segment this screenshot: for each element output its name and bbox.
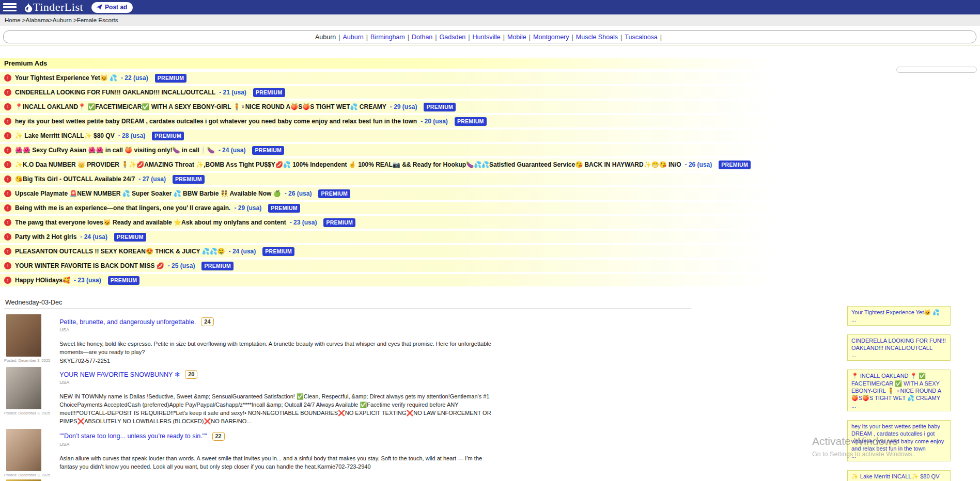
- premium-ad-row[interactable]: ↑ Your Tightest Experience Yet😼 💦 - 22 (…: [0, 72, 808, 84]
- premium-badge[interactable]: PREMIUM: [152, 132, 184, 140]
- premium-ad-title[interactable]: ✨K.O Daa NUMBER 👑 PROVIDER 🧍✨💋AMAZING Th…: [15, 161, 681, 168]
- sidebar-ad-box[interactable]: 📍 INCALL OAKLAND 📍 ✅ FACETIME/CAR ✅ WITH…: [847, 370, 951, 411]
- premium-badge[interactable]: PREMIUM: [201, 262, 234, 270]
- premium-badge[interactable]: PREMIUM: [173, 175, 205, 184]
- listing-age-badge: 20: [185, 370, 197, 379]
- premium-ad-row[interactable]: ↑ Happy HOlidays🥰 - 23 (usa) PREMIUM: [0, 274, 808, 286]
- menu-icon[interactable]: [3, 3, 17, 11]
- flame-icon: [24, 2, 33, 13]
- listing-thumbnail[interactable]: [6, 314, 41, 357]
- premium-badge[interactable]: PREMIUM: [268, 204, 300, 213]
- listing-title-link[interactable]: YOUR NEW FAVORITE SNOWBUNNY ❄: [59, 371, 180, 378]
- city-separator: |: [503, 34, 505, 41]
- listing-thumb-column: Posted: December 3, 2025: [4, 367, 50, 427]
- sidebar-ad-title[interactable]: CINDERELLA LOOKING FOR FUN!!! OAKLAND!!!…: [851, 337, 946, 352]
- premium-ad-row[interactable]: ↑ 📍INCALL OAKLAND📍 ✅FACETIME/CAR✅ WITH A…: [0, 101, 808, 113]
- listing-country: USA: [59, 380, 691, 385]
- premium-ad-title[interactable]: hey its your best wettes petite baby DRE…: [15, 118, 417, 125]
- premium-badge[interactable]: PREMIUM: [318, 189, 350, 198]
- premium-ad-title[interactable]: ✨ Lake Merritt INCALL✨ $80 QV: [15, 132, 115, 139]
- sidebar-ad-title[interactable]: 📍 INCALL OAKLAND 📍 ✅ FACETIME/CAR ✅ WITH…: [851, 372, 946, 402]
- premium-badge[interactable]: PREMIUM: [262, 247, 294, 256]
- listing-title-link[interactable]: ""Don’t stare too long... unless you’re …: [59, 432, 207, 440]
- listing-country: USA: [59, 327, 691, 332]
- up-arrow-icon: ↑: [4, 233, 11, 241]
- up-arrow-icon: ↑: [4, 204, 11, 212]
- premium-ad-row[interactable]: ↑ Party with 2 Hot girls - 24 (usa) PREM…: [0, 231, 808, 243]
- premium-heading: Premium Ads: [0, 58, 808, 69]
- city-link[interactable]: Auburn: [343, 34, 364, 41]
- listing-content: YOUR NEW FAVORITE SNOWBUNNY ❄ 20 USA NEW…: [59, 367, 691, 427]
- premium-ad-age: - 24 (usa): [219, 147, 246, 154]
- premium-ad-title[interactable]: 🌺🌺 Sexy CuRvy Asian 🌺🌺 in call 🍑 visitin…: [15, 147, 215, 154]
- city-separator: |: [620, 34, 622, 41]
- premium-ad-title[interactable]: PLEASANTON OUTCALLS !! SEXY KOREAN😍 THIC…: [15, 248, 225, 255]
- brand-logo[interactable]: TinderList: [24, 1, 83, 14]
- premium-badge[interactable]: PREMIUM: [155, 74, 187, 83]
- premium-badge[interactable]: PREMIUM: [108, 276, 140, 285]
- premium-ad-title[interactable]: CINDERELLA LOOKING FOR FUN!!! OAKLAND!!!…: [15, 89, 215, 96]
- up-arrow-icon: ↑: [4, 219, 11, 226]
- listing-thumbnail[interactable]: [6, 429, 41, 471]
- listing-item: Posted: December 3, 2025 ""Don’t stare t…: [4, 427, 691, 477]
- premium-ad-row[interactable]: ↑ ✨ Lake Merritt INCALL✨ $80 QV - 28 (us…: [0, 130, 808, 142]
- premium-ad-title[interactable]: Upscale Playmate 🚨NEW NUMBER 💦 Super Soa…: [15, 190, 281, 197]
- premium-ad-age: - 27 (usa): [138, 175, 166, 183]
- listing-age-badge: 24: [201, 317, 213, 326]
- premium-badge[interactable]: PREMIUM: [455, 117, 487, 126]
- sidebar-ad-box[interactable]: Your Tightest Experience Yet😼 💦 ...: [847, 306, 951, 326]
- premium-badge[interactable]: PREMIUM: [424, 103, 456, 111]
- premium-badge[interactable]: PREMIUM: [719, 161, 751, 169]
- premium-ad-title[interactable]: YOUR WINTER FAVORITE IS BACK DONT MISS 💋: [15, 262, 164, 269]
- city-link[interactable]: Birmingham: [370, 34, 405, 41]
- premium-ad-row[interactable]: ↑ hey its your best wettes petite baby D…: [0, 115, 808, 127]
- premium-badge[interactable]: PREMIUM: [252, 146, 284, 155]
- sidebar-ad-box[interactable]: CINDERELLA LOOKING FOR FUN!!! OAKLAND!!!…: [847, 334, 951, 361]
- city-link[interactable]: Huntsville: [473, 34, 501, 41]
- post-ad-button[interactable]: Post ad: [91, 2, 133, 13]
- city-link[interactable]: Montgomery: [533, 34, 569, 41]
- premium-ad-row[interactable]: ↑ CINDERELLA LOOKING FOR FUN!!! OAKLAND!…: [0, 86, 808, 99]
- sidebar-ad-box[interactable]: hey its your best wettes petite baby DRE…: [847, 420, 951, 461]
- sidebar-ad-title[interactable]: Your Tightest Experience Yet😼 💦: [851, 309, 946, 316]
- premium-ad-row[interactable]: ↑ PLEASANTON OUTCALLS !! SEXY KOREAN😍 TH…: [0, 245, 808, 258]
- listing-item: Posted: December 3, 2025 YOUR NEW FAVORI…: [4, 365, 691, 427]
- listing-description: NEW IN TOWNMy name is Dallas !Seductive,…: [59, 393, 499, 426]
- city-link[interactable]: Dothan: [412, 34, 432, 41]
- premium-ad-title[interactable]: 📍INCALL OAKLAND📍 ✅FACETIME/CAR✅ WITH A S…: [15, 103, 386, 110]
- city-link[interactable]: Mobile: [507, 34, 526, 41]
- sidebar-ad-title[interactable]: hey its your best wettes petite baby DRE…: [851, 423, 946, 452]
- listing-content: ""Don’t stare too long... unless you’re …: [59, 429, 691, 477]
- city-links: Auburn|Auburn|Birmingham|Dothan|Gadsden|…: [315, 34, 664, 41]
- premium-ad-title[interactable]: The pawg that everyone loves😼 Ready and …: [15, 219, 286, 226]
- city-link[interactable]: Gadsden: [440, 34, 466, 41]
- premium-ad-row[interactable]: ↑ 🌺🌺 Sexy CuRvy Asian 🌺🌺 in call 🍑 visit…: [0, 144, 808, 156]
- sidebar-ad-box[interactable]: ✨ Lake Merritt INCALL✨ $80 QV ...: [847, 470, 951, 481]
- post-ad-label: Post ad: [105, 4, 127, 11]
- premium-ad-title[interactable]: Being with me is an experience—one that …: [15, 204, 230, 212]
- listing-contact: SKYE702-577-2251: [59, 358, 691, 364]
- premium-ad-title[interactable]: Party with 2 Hot girls: [15, 233, 76, 241]
- up-arrow-icon: ↑: [4, 103, 11, 110]
- premium-ad-row[interactable]: ↑ The pawg that everyone loves😼 Ready an…: [0, 216, 808, 229]
- premium-badge[interactable]: PREMIUM: [323, 218, 355, 227]
- up-arrow-icon: ↑: [4, 118, 11, 125]
- premium-ad-row[interactable]: ↑ Upscale Playmate 🚨NEW NUMBER 💦 Super S…: [0, 187, 808, 200]
- listing-thumbnail[interactable]: [6, 367, 41, 409]
- listing-title-link[interactable]: Petite, brunette, and dangerously unforg…: [59, 318, 196, 326]
- listing-description: Asian allure with curves that speak loud…: [59, 455, 499, 471]
- premium-badge[interactable]: PREMIUM: [253, 88, 285, 97]
- city-link[interactable]: Tuscaloosa: [625, 34, 657, 41]
- premium-ad-row[interactable]: ↑ ✨K.O Daa NUMBER 👑 PROVIDER 🧍✨💋AMAZING …: [0, 158, 808, 171]
- premium-ad-row[interactable]: ↑ YOUR WINTER FAVORITE IS BACK DONT MISS…: [0, 260, 808, 272]
- city-link[interactable]: Muscle Shoals: [576, 34, 618, 41]
- premium-ad-row[interactable]: ↑ 😘Big Tits Girl - OUTCALL Available 24/…: [0, 173, 808, 185]
- premium-ad-title[interactable]: Happy HOlidays🥰: [15, 277, 70, 284]
- listing-posted-date: Posted: December 3, 2025: [4, 358, 50, 363]
- premium-ad-title[interactable]: Your Tightest Experience Yet😼 💦: [15, 74, 117, 82]
- sidebar-ad-title[interactable]: ✨ Lake Merritt INCALL✨ $80 QV: [851, 473, 946, 480]
- premium-ad-title[interactable]: 😘Big Tits Girl - OUTCALL Available 24/7: [15, 175, 135, 183]
- premium-ad-row[interactable]: ↑ Being with me is an experience—one tha…: [0, 202, 808, 214]
- premium-badge[interactable]: PREMIUM: [114, 233, 146, 242]
- listing-content: Petite, brunette, and dangerously unforg…: [59, 314, 691, 365]
